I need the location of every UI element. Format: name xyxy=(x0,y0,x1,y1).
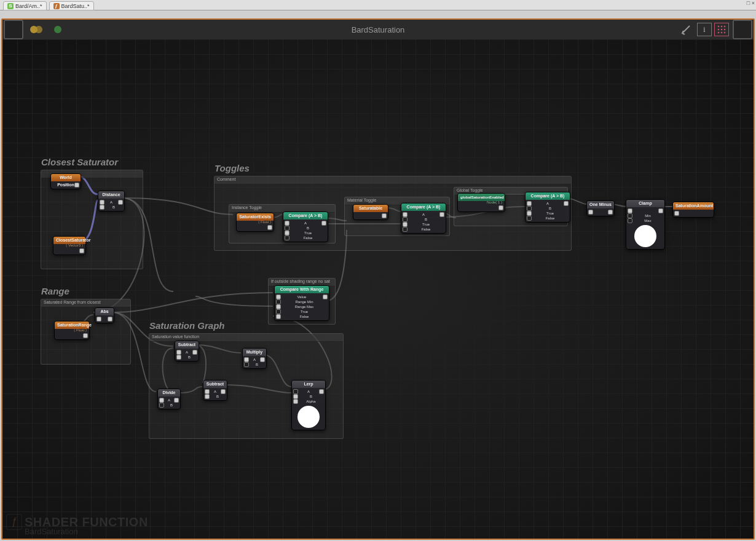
node-preview xyxy=(634,225,656,247)
live-preview-icon[interactable] xyxy=(28,21,45,38)
pin-label: B xyxy=(547,207,553,210)
svg-point-4 xyxy=(721,26,723,28)
editor-title: BardSaturation xyxy=(2,20,754,39)
node-title: Saturatable xyxy=(353,205,388,212)
document-tabs: S Bard/Am..* ƒ BardSatu..* xyxy=(3,1,94,10)
pin-label: A xyxy=(166,398,172,402)
window-titlebar[interactable]: □ × xyxy=(0,0,756,10)
node-title: Subtract xyxy=(175,341,199,349)
svg-point-11 xyxy=(724,32,726,34)
node-closest-saturator[interactable]: ClosestSaturator ( Vector3 ) xyxy=(53,236,86,255)
pin-label: True xyxy=(420,223,431,226)
node-graph-canvas[interactable]: Closest Saturator World Position Closest… xyxy=(2,39,754,539)
node-world-position[interactable]: World Position xyxy=(50,173,81,189)
pin-label: B xyxy=(308,395,314,398)
cleanup-broom-icon[interactable] xyxy=(677,21,695,38)
pin-label: B xyxy=(215,395,221,398)
pin-label: Value xyxy=(296,295,309,299)
node-multiply[interactable]: Multiply A B xyxy=(242,348,267,369)
node-saturation-amount-output[interactable]: SaturationAmount xyxy=(672,202,714,218)
pin-label: Alpha xyxy=(304,400,317,403)
node-title: Abs xyxy=(95,308,114,315)
node-clamp[interactable]: Clamp Min Max xyxy=(626,199,665,250)
pin-label: Max xyxy=(642,219,653,223)
svg-point-2 xyxy=(54,26,61,33)
function-icon: ƒ xyxy=(6,514,22,530)
info-icon[interactable]: i xyxy=(697,23,712,36)
node-subtract-2[interactable]: Subtract A B xyxy=(203,380,227,401)
tab-shader[interactable]: ƒ BardSatu..* xyxy=(49,1,94,10)
node-compare-1[interactable]: Compare (A > B) A B True False xyxy=(283,211,328,242)
node-title: Multiply xyxy=(243,349,266,356)
node-distance[interactable]: Distance A B xyxy=(98,191,125,211)
pin-label: B xyxy=(186,355,192,359)
tab-scene[interactable]: S Bard/Am..* xyxy=(3,1,47,10)
node-global-saturation-enabled[interactable]: globalSaturationEnabled Node( 1 ) xyxy=(457,193,505,212)
node-divide[interactable]: Divide A B xyxy=(157,389,181,409)
editor-frame: BardSaturation i xyxy=(1,18,755,540)
svg-point-9 xyxy=(718,32,720,34)
node-saturation-range[interactable]: SaturationRange ( Float ) xyxy=(54,321,90,340)
scene-icon: S xyxy=(7,3,14,9)
node-saturatable[interactable]: Saturatable xyxy=(353,204,388,220)
node-abs[interactable]: Abs xyxy=(95,307,114,323)
pin-label: A xyxy=(251,358,258,361)
node-saturator-exists[interactable]: SaturatorExists ( Float ) xyxy=(236,213,274,232)
pin-label: B xyxy=(111,205,117,209)
node-title: Lerp xyxy=(292,381,325,388)
pin-label: Range Min xyxy=(293,300,315,304)
pin-label: False xyxy=(302,236,315,240)
svg-point-3 xyxy=(718,26,720,28)
window-controls[interactable]: □ × xyxy=(747,1,755,6)
svg-point-7 xyxy=(721,29,723,31)
pin-label: False xyxy=(420,227,433,231)
node-title: One Minus xyxy=(587,201,614,208)
node-subtract-1[interactable]: Subtract A B xyxy=(175,341,199,361)
node-compare-with-range[interactable]: Compare With Range Value Range Min Range… xyxy=(274,285,329,321)
maximize-square-right[interactable] xyxy=(733,20,752,39)
pin-label: A xyxy=(212,390,218,393)
pin-label: Min xyxy=(643,214,653,218)
pin-label: False xyxy=(544,216,557,220)
pin-label: B xyxy=(423,218,429,221)
region-title: Closest Saturator xyxy=(41,157,118,167)
node-preview xyxy=(297,406,320,428)
node-lerp[interactable]: Lerp A B Alpha xyxy=(291,380,326,430)
node-compare-3[interactable]: Compare (A > B) A B True False xyxy=(525,192,570,223)
svg-point-5 xyxy=(724,26,726,28)
function-icon: ƒ xyxy=(53,3,60,9)
pin-label: A xyxy=(545,202,551,205)
node-title: Compare (A > B) xyxy=(283,212,328,219)
region-title: Toggles xyxy=(215,163,250,173)
connection-wires xyxy=(2,39,754,539)
pin-label: True xyxy=(302,231,313,235)
tab-label: BardSatu..* xyxy=(61,3,90,9)
pin-label: True xyxy=(545,211,556,215)
pin-label: A xyxy=(302,221,309,225)
node-compare-2[interactable]: Compare (A > B) A B True False xyxy=(401,203,446,234)
region-title: Saturation Graph xyxy=(149,320,225,331)
grid-icon[interactable] xyxy=(714,23,729,36)
pin-label: A xyxy=(420,213,427,216)
node-title: Clamp xyxy=(626,200,664,207)
svg-point-8 xyxy=(724,29,726,31)
editor-toolbar: BardSaturation i xyxy=(2,20,754,40)
pin-label: B xyxy=(305,226,311,230)
maximize-square-left[interactable] xyxy=(4,20,23,39)
node-title: Subtract xyxy=(203,381,227,388)
pin-label: False xyxy=(298,315,311,318)
node-title: Compare With Range xyxy=(275,286,329,293)
node-one-minus[interactable]: One Minus xyxy=(586,200,615,216)
svg-point-10 xyxy=(721,32,723,34)
pin-label: A xyxy=(108,200,114,204)
svg-point-6 xyxy=(718,29,720,31)
pin-label: A xyxy=(305,390,312,393)
svg-point-1 xyxy=(35,26,42,33)
node-title: World Position xyxy=(51,174,81,181)
pin-label: A xyxy=(184,350,190,354)
node-title: Compare (A > B) xyxy=(401,203,446,211)
node-title: Distance xyxy=(98,191,124,199)
status-dot-icon[interactable] xyxy=(49,21,66,38)
pin-label: B xyxy=(254,363,260,366)
region-header: Comment xyxy=(215,176,571,184)
